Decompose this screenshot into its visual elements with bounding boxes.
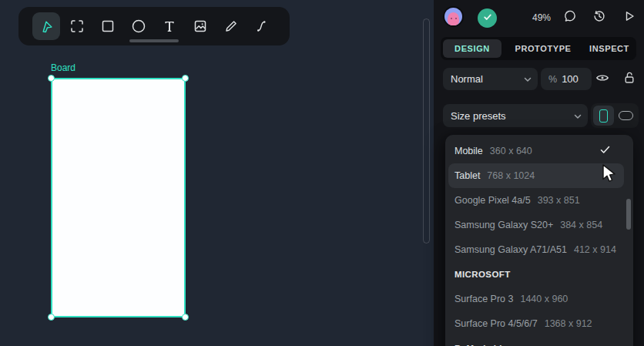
preset-option-google-pixel[interactable]: Google Pixel 4a/5 393 x 851 xyxy=(448,188,624,213)
pencil-tool-icon xyxy=(224,19,238,33)
preset-option-surface-pro-3[interactable]: Surface Pro 3 1440 x 960 xyxy=(448,287,624,311)
tab-inspect[interactable]: INSPECT xyxy=(585,39,634,58)
avatar-eye xyxy=(455,18,457,19)
path-tool-button[interactable] xyxy=(248,12,276,40)
percent-symbol: % xyxy=(548,74,557,85)
blend-mode-select[interactable]: Normal xyxy=(443,68,538,90)
preset-section-microsoft: MICROSOFT xyxy=(448,262,624,287)
pointer-tool-button[interactable] xyxy=(32,12,60,40)
portrait-orientation-button[interactable] xyxy=(593,106,614,126)
user-avatar[interactable] xyxy=(444,8,462,25)
landscape-orientation-button[interactable] xyxy=(615,106,636,126)
ellipse-tool-icon xyxy=(131,18,146,34)
pencil-tool-button[interactable] xyxy=(217,12,245,40)
phone-portrait-icon xyxy=(599,109,608,123)
blend-mode-value: Normal xyxy=(451,73,483,85)
check-icon xyxy=(482,12,493,25)
tools-toolbar xyxy=(18,7,290,45)
visibility-toggle-button[interactable] xyxy=(594,71,611,88)
view-mode-button[interactable] xyxy=(622,10,637,25)
avatar-figure xyxy=(448,12,459,25)
ellipse-tool-button[interactable] xyxy=(125,12,153,40)
play-icon xyxy=(622,9,636,26)
selection-handle-bottom-right[interactable] xyxy=(182,314,189,321)
selection-handle-top-left[interactable] xyxy=(48,75,55,82)
saved-status-badge xyxy=(478,8,497,28)
opacity-input[interactable]: % 100 xyxy=(541,68,592,90)
canvas-workspace[interactable]: Board xyxy=(0,0,434,346)
preset-option-galaxy-s20[interactable]: Samsung Galaxy S20+ 384 x 854 xyxy=(448,213,624,237)
path-tool-icon xyxy=(256,19,268,33)
opacity-value: 100 xyxy=(562,73,579,85)
image-tool-icon xyxy=(193,19,207,33)
history-button[interactable] xyxy=(592,10,607,25)
preset-option-surface-pro-4567[interactable]: Surface Pro 4/5/6/7 1368 x 912 xyxy=(448,311,624,336)
avatar-eye xyxy=(451,18,452,19)
selection-handle-bottom-left[interactable] xyxy=(48,314,55,321)
check-icon xyxy=(600,146,610,156)
board-tool-icon xyxy=(70,19,84,33)
toolbar-drag-handle[interactable] xyxy=(129,39,179,42)
canvas-vertical-scrollbar[interactable] xyxy=(423,18,430,244)
preset-option-tablet[interactable]: Tablet 768 x 1024 xyxy=(448,163,624,188)
rectangle-tool-icon xyxy=(101,19,115,33)
phone-landscape-icon xyxy=(619,111,633,120)
orientation-toggle-group xyxy=(591,103,639,128)
eye-icon xyxy=(595,72,609,86)
rectangle-tool-button[interactable] xyxy=(94,12,122,40)
comment-bubble-icon xyxy=(563,9,577,26)
text-tool-icon xyxy=(163,19,176,33)
preset-section-remarkable: ReMarkable xyxy=(448,336,624,346)
image-tool-button[interactable] xyxy=(186,12,214,40)
board-tool-button[interactable] xyxy=(63,12,91,40)
text-tool-button[interactable] xyxy=(156,12,183,40)
comments-button[interactable] xyxy=(562,10,578,25)
zoom-level-indicator[interactable]: 49% xyxy=(525,12,558,23)
unlock-icon xyxy=(623,71,636,88)
board-artboard[interactable] xyxy=(51,78,186,317)
lock-toggle-button[interactable] xyxy=(621,71,638,88)
history-icon xyxy=(592,9,606,26)
size-presets-label: Size presets xyxy=(451,110,506,122)
size-presets-select[interactable]: Size presets xyxy=(443,104,588,127)
tab-prototype[interactable]: PROTOTYPE xyxy=(501,39,585,58)
sidebar-tabbar: DESIGN PROTOTYPE INSPECT xyxy=(441,37,636,60)
mouse-cursor xyxy=(602,164,619,189)
dropdown-scrollbar-thumb[interactable] xyxy=(626,199,631,230)
chevron-down-icon xyxy=(574,110,582,122)
tab-design[interactable]: DESIGN xyxy=(443,39,501,58)
selection-handle-top-right[interactable] xyxy=(182,75,189,82)
preset-option-mobile[interactable]: Mobile 360 x 640 xyxy=(448,139,624,163)
board-name-label[interactable]: Board xyxy=(51,62,75,73)
chevron-down-icon xyxy=(524,73,532,85)
pointer-tool-icon xyxy=(39,18,54,34)
preset-option-galaxy-a71[interactable]: Samsung Galaxy A71/A51 412 x 914 xyxy=(448,237,624,262)
